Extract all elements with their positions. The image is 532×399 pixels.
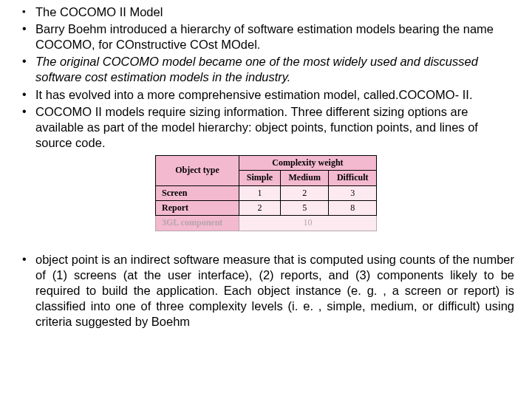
table-row: Screen 1 2 3 (156, 185, 377, 200)
row-label: 3GL component (156, 216, 239, 231)
paragraph-list: object point is an indirect software mea… (18, 252, 514, 330)
bullet-item: The original COCOMO model became one of … (18, 54, 514, 85)
row-label: Screen (156, 185, 239, 200)
paragraph-item: object point is an indirect software mea… (18, 252, 514, 330)
th-object-type: Object type (156, 155, 239, 185)
row-label: Report (156, 201, 239, 216)
cell: 10 (239, 216, 376, 231)
bullet-item: The COCOMO II Model (18, 4, 514, 20)
cell: 2 (281, 185, 329, 200)
bullet-text: The original COCOMO model became one of … (35, 55, 478, 83)
th-simple: Simple (239, 171, 280, 185)
complexity-table-wrap: Object type Complexity weight Simple Med… (155, 155, 377, 231)
bullet-item: COCOMO II models require sizing informat… (18, 104, 514, 151)
bullet-item: Barry Boehm introduced a hierarchy of so… (18, 21, 514, 52)
cell: 1 (239, 185, 280, 200)
cell: 3 (329, 185, 377, 200)
table-row: 3GL component 10 (156, 216, 377, 231)
bullet-item: It has evolved into a more comprehensive… (18, 87, 514, 103)
th-difficult: Difficult (329, 171, 377, 185)
cell: 5 (281, 201, 329, 216)
bullet-list: The COCOMO II Model Barry Boehm introduc… (18, 4, 514, 151)
th-complexity: Complexity weight (239, 155, 376, 170)
th-medium: Medium (281, 171, 329, 185)
cell: 8 (329, 201, 377, 216)
complexity-table: Object type Complexity weight Simple Med… (155, 155, 377, 231)
cell: 2 (239, 201, 280, 216)
table-row: Report 2 5 8 (156, 201, 377, 216)
